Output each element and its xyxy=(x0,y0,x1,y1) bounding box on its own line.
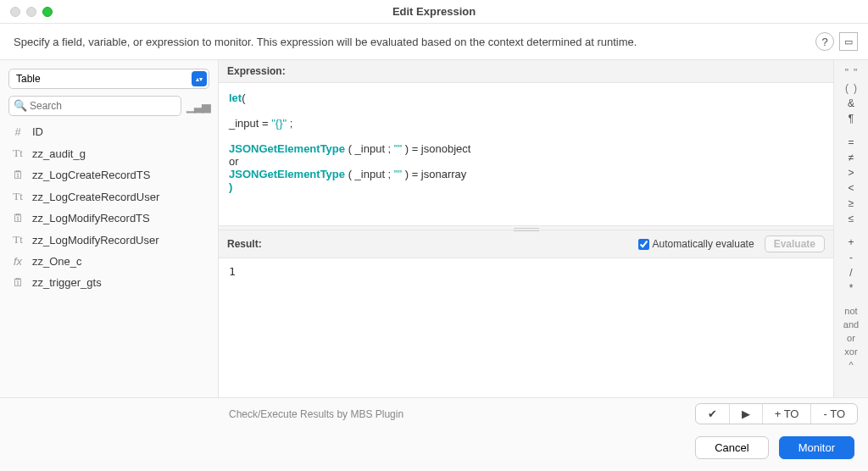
field-row[interactable]: 🗓zz_trigger_gts xyxy=(0,272,218,293)
op-ge[interactable]: ≥ xyxy=(848,197,855,209)
seg-run[interactable]: ▶ xyxy=(730,404,763,424)
number-type-icon: # xyxy=(10,125,25,138)
scope-select[interactable]: Table xyxy=(8,69,209,89)
splitter-handle[interactable] xyxy=(219,225,833,230)
op-pow[interactable]: ^ xyxy=(849,360,853,370)
op-gt[interactable]: > xyxy=(847,167,854,179)
op-and[interactable]: and xyxy=(843,319,859,330)
op-quote[interactable]: " xyxy=(844,67,849,79)
field-name: zz_LogModifyRecordTS xyxy=(32,212,150,224)
field-row[interactable]: Ttzz_LogModifyRecordUser xyxy=(0,229,218,251)
op-not[interactable]: not xyxy=(844,306,857,316)
field-row[interactable]: fxzz_One_c xyxy=(0,251,218,272)
op-quote[interactable]: " xyxy=(853,67,858,79)
field-name: zz_audit_g xyxy=(32,147,86,160)
sort-icon[interactable]: ▁▃▅ xyxy=(186,99,209,113)
op-paren-open[interactable]: ( xyxy=(844,82,849,94)
seg-plus-to[interactable]: + TO xyxy=(763,404,812,424)
text-type-icon: Tt xyxy=(10,147,25,160)
field-name: zz_One_c xyxy=(32,255,82,268)
search-input[interactable] xyxy=(8,96,181,116)
text-type-icon: Tt xyxy=(10,190,25,203)
help-button[interactable]: ? xyxy=(815,32,834,51)
op-lt[interactable]: < xyxy=(847,182,854,194)
op-div[interactable]: / xyxy=(849,267,853,279)
expression-label: Expression: xyxy=(219,60,833,83)
timestamp-type-icon: 🗓 xyxy=(10,276,25,289)
operator-palette: "" () & ¶ = ≠ > < ≥ ≤ + - / * not and or… xyxy=(834,60,868,397)
search-icon: 🔍 xyxy=(14,99,27,112)
window-title: Edit Expression xyxy=(0,5,868,18)
toggle-pane-button[interactable]: ▭ xyxy=(839,32,858,51)
field-list: #ID Ttzz_audit_g 🗓zz_LogCreateRecordTS T… xyxy=(0,116,218,397)
field-name: zz_LogModifyRecordUser xyxy=(32,234,159,247)
field-name: zz_LogCreateRecordTS xyxy=(32,169,150,181)
evaluate-button: Evaluate xyxy=(765,236,825,252)
op-amp[interactable]: & xyxy=(847,97,855,109)
op-neq[interactable]: ≠ xyxy=(848,152,855,163)
result-label: Result: xyxy=(227,238,262,250)
text-type-icon: Tt xyxy=(10,233,25,247)
field-name: zz_trigger_gts xyxy=(32,276,102,289)
field-row[interactable]: 🗓zz_LogCreateRecordTS xyxy=(0,164,218,186)
op-eq[interactable]: = xyxy=(847,136,854,148)
chevron-updown-icon: ▴▾ xyxy=(192,71,207,86)
cancel-button[interactable]: Cancel xyxy=(695,436,768,459)
field-name: ID xyxy=(32,125,43,138)
field-row[interactable]: #ID xyxy=(0,121,218,142)
op-pilcrow[interactable]: ¶ xyxy=(848,113,854,125)
timestamp-type-icon: 🗓 xyxy=(10,169,25,181)
expression-editor[interactable]: let( _input = "{}" ; JSONGetElementType … xyxy=(219,83,833,225)
auto-evaluate-label: Automatically evaluate xyxy=(653,238,754,250)
seg-minus-to[interactable]: - TO xyxy=(811,404,857,424)
seg-check[interactable]: ✔ xyxy=(696,404,730,424)
op-plus[interactable]: + xyxy=(847,236,854,248)
op-minus[interactable]: - xyxy=(849,252,854,263)
mbs-segmented-control: ✔ ▶ + TO - TO xyxy=(695,403,858,424)
calc-type-icon: fx xyxy=(10,255,25,268)
op-mul[interactable]: * xyxy=(849,282,854,294)
timestamp-type-icon: 🗓 xyxy=(10,212,25,224)
result-output: 1 xyxy=(219,258,833,397)
monitor-button[interactable]: Monitor xyxy=(779,436,854,459)
field-row[interactable]: Ttzz_LogCreateRecordUser xyxy=(0,186,218,208)
field-row[interactable]: Ttzz_audit_g xyxy=(0,142,218,164)
help-text: Specify a field, variable, or expression… xyxy=(14,36,637,48)
auto-evaluate-checkbox[interactable] xyxy=(638,239,649,250)
op-le[interactable]: ≤ xyxy=(848,213,855,224)
auto-evaluate-toggle[interactable]: Automatically evaluate xyxy=(638,238,754,250)
field-name: zz_LogCreateRecordUser xyxy=(32,191,159,203)
status-text: Check/Execute Results by MBS Plugin xyxy=(229,408,403,420)
op-paren-close[interactable]: ) xyxy=(853,82,858,94)
field-row[interactable]: 🗓zz_LogModifyRecordTS xyxy=(0,208,218,229)
op-or[interactable]: or xyxy=(847,333,855,343)
op-xor[interactable]: xor xyxy=(844,346,857,357)
